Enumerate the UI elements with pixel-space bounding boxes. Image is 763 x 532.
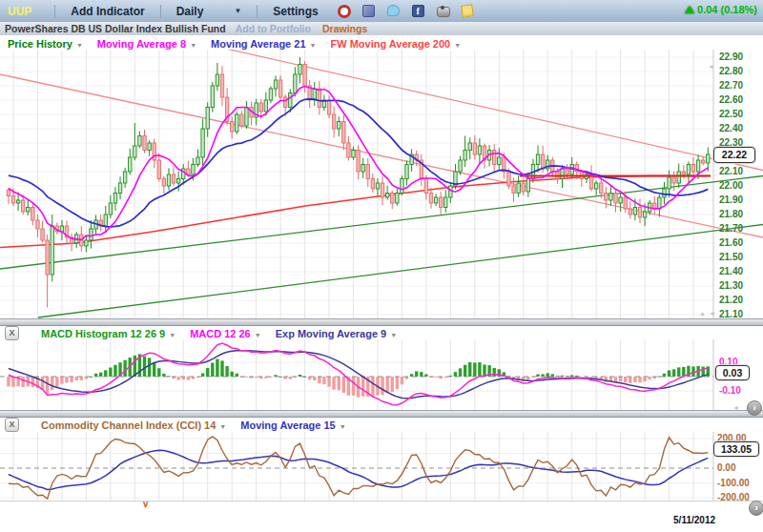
period-dropdown[interactable]: Daily	[176, 5, 204, 18]
legend-moving-average-21[interactable]: Moving Average 21▼	[211, 38, 316, 50]
cci-axis-label: -200.00	[717, 492, 750, 502]
legend-macd[interactable]: MACD 12 26▼	[190, 328, 261, 339]
chevron-down-icon: ▼	[454, 42, 461, 49]
scroll-to-latest-button[interactable]: ›	[747, 400, 762, 416]
facebook-icon[interactable]	[412, 5, 424, 17]
legend-moving-average-8[interactable]: Moving Average 8▼	[97, 38, 196, 50]
scroll-to-latest-button[interactable]: ›	[749, 501, 763, 516]
price-axis-label: 21.70	[719, 223, 743, 234]
macd-axis-label: -0.10	[719, 385, 741, 396]
price-axis-label: 22.40	[719, 123, 743, 133]
price-axis-label: 22.00	[719, 180, 743, 191]
notes-icon[interactable]	[461, 4, 474, 18]
change-text: 0.04 (0.18%)	[697, 4, 757, 15]
price-axis-label: 21.20	[719, 295, 743, 305]
symbol-info-bar: PowerShares DB US Dollar Index Bullish F…	[0, 22, 763, 36]
cci-axis-label: -100.00	[717, 478, 750, 488]
settings-button[interactable]: Settings	[273, 5, 318, 18]
price-axis-label: 22.50	[719, 109, 743, 119]
price-axis-label: 21.80	[719, 209, 743, 219]
toolbar-separator	[54, 5, 55, 18]
drawing-anchor-marker[interactable]: ∨	[142, 499, 149, 509]
close-icon[interactable]: X	[5, 326, 19, 340]
axis-scroll-left-icon[interactable]: ◄	[708, 63, 714, 70]
chevron-down-icon: ▼	[255, 332, 261, 338]
legend-price-history[interactable]: Price History▼	[8, 38, 83, 50]
chevron-down-icon: ▼	[190, 42, 196, 49]
legend-cci-moving-average-15[interactable]: Moving Average 15▼	[240, 419, 345, 431]
drawings-button[interactable]: Drawings	[322, 23, 367, 34]
legend-cci[interactable]: Commodity Channel Index (CCI) 14▼	[41, 419, 226, 431]
current-cci-box: 133.05	[713, 441, 759, 457]
legend-fw-moving-average-200[interactable]: FW Moving Average 200▼	[330, 38, 461, 50]
pane-splitter[interactable]	[0, 318, 763, 326]
price-legend: Price History▼ Moving Average 8▼ Moving …	[8, 38, 461, 50]
price-axis-label: 22.80	[719, 66, 743, 76]
chevron-down-icon: ▼	[219, 423, 226, 430]
arrow-up-icon	[685, 6, 694, 13]
toolbar-separator	[160, 5, 161, 18]
price-axis-label: 21.40	[719, 266, 743, 276]
close-icon[interactable]: X	[5, 418, 19, 432]
axis-scroll-left-icon[interactable]: ◄	[732, 404, 739, 411]
cci-legend: X Commodity Channel Index (CCI) 14▼ Movi…	[5, 418, 346, 432]
legend-exp-moving-average-9[interactable]: Exp Moving Average 9▼	[276, 328, 398, 339]
add-to-portfolio-button[interactable]: Add to Portfolio	[236, 23, 311, 34]
package-icon[interactable]	[362, 5, 375, 17]
price-axis-label: 22.60	[719, 94, 743, 105]
price-change: 0.04 (0.18%)	[685, 4, 757, 15]
cci-axis-label: 0.00	[717, 462, 735, 473]
macd-chart-canvas[interactable]	[0, 339, 763, 410]
symbol-label[interactable]: UUP	[8, 5, 31, 18]
date-axis: 1724317142128512192739172330613212751219…	[0, 501, 763, 532]
chevron-down-icon: ▼	[390, 332, 397, 338]
cci-chart-canvas[interactable]	[0, 432, 763, 501]
current-price-box: 22.22	[713, 147, 755, 163]
chevron-down-icon[interactable]: ▼	[234, 7, 241, 15]
fund-name: PowerShares DB US Dollar Index Bullish F…	[5, 23, 226, 34]
top-toolbar: UUP Add Indicator Daily ▼ Settings 0.04 …	[0, 0, 763, 23]
price-axis-label: 21.60	[719, 237, 743, 248]
current-macd-box: 0.03	[715, 365, 750, 380]
price-chart-canvas[interactable]	[0, 50, 763, 318]
price-axis-label: 22.90	[719, 51, 743, 62]
price-axis-label: 22.10	[719, 166, 743, 176]
price-axis-label: 21.90	[719, 194, 743, 205]
last-date-label: 5/11/2012	[673, 515, 715, 525]
share-icons	[338, 5, 474, 17]
add-indicator-button[interactable]: Add Indicator	[71, 5, 144, 18]
axis-scroll-left-icon[interactable]: ◄	[709, 310, 715, 317]
chevron-down-icon: ▼	[169, 332, 175, 338]
macd-legend: X MACD Histogram 12 26 9▼ MACD 12 26▼ Ex…	[5, 326, 397, 340]
chevron-down-icon: ▼	[340, 423, 346, 430]
price-axis-label: 21.50	[719, 252, 743, 262]
price-axis-label: 21.10	[719, 309, 743, 319]
camera-icon[interactable]	[437, 7, 450, 17]
axis-scroll-up-icon[interactable]: ▲	[699, 310, 706, 317]
twitter-icon[interactable]	[387, 5, 400, 16]
pane-splitter[interactable]	[0, 410, 763, 418]
toolbar-separator	[257, 5, 258, 18]
chevron-down-icon: ▼	[76, 42, 83, 49]
alarm-icon[interactable]	[338, 5, 351, 18]
chart-application: UUP Add Indicator Daily ▼ Settings 0.04 …	[0, 0, 763, 532]
price-axis-label: 22.70	[719, 80, 743, 91]
price-axis-label: 21.30	[719, 280, 743, 291]
legend-macd-histogram[interactable]: MACD Histogram 12 26 9▼	[41, 328, 175, 339]
chevron-down-icon: ▼	[310, 42, 317, 49]
